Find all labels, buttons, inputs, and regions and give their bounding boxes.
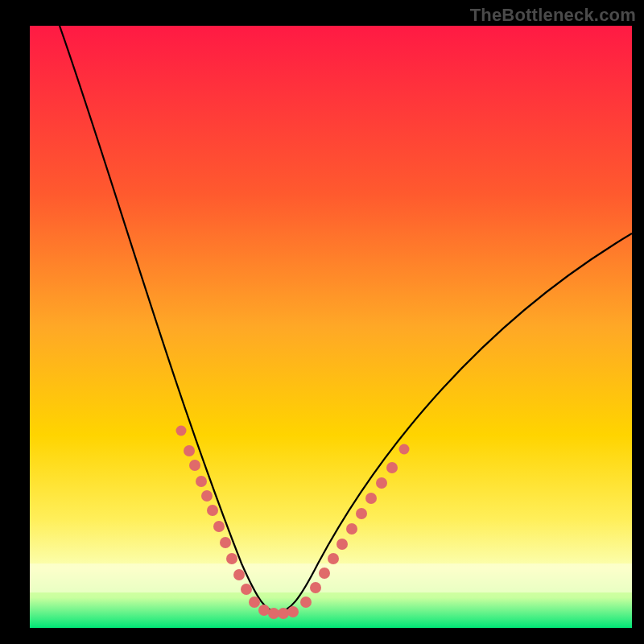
svg-point-12 — [258, 605, 270, 616]
svg-point-15 — [287, 606, 299, 617]
svg-point-6 — [213, 521, 225, 532]
svg-point-23 — [365, 493, 377, 504]
svg-point-16 — [300, 597, 312, 608]
bottom-band — [30, 564, 632, 592]
svg-point-8 — [226, 553, 237, 564]
svg-point-22 — [356, 508, 367, 519]
svg-point-9 — [233, 569, 245, 580]
svg-point-2 — [189, 460, 200, 471]
dot-right-outlier — [399, 444, 410, 455]
svg-point-10 — [241, 584, 252, 595]
svg-point-18 — [319, 568, 330, 579]
svg-point-19 — [328, 553, 339, 564]
svg-point-20 — [336, 539, 348, 550]
svg-point-21 — [346, 523, 357, 535]
svg-point-17 — [310, 582, 321, 593]
svg-point-7 — [220, 537, 231, 548]
svg-point-3 — [196, 476, 207, 487]
plot-area — [30, 26, 632, 628]
dot-left-outlier — [176, 426, 187, 436]
watermark-label: TheBottleneck.com — [470, 5, 636, 26]
svg-point-14 — [278, 608, 289, 619]
svg-point-1 — [184, 445, 195, 456]
svg-point-5 — [207, 505, 218, 516]
svg-point-4 — [201, 490, 213, 502]
svg-point-25 — [386, 462, 398, 473]
svg-point-11 — [249, 597, 260, 608]
bottleneck-chart — [0, 0, 644, 644]
chart-container: TheBottleneck.com — [0, 0, 644, 644]
svg-point-24 — [376, 477, 387, 489]
svg-point-13 — [268, 608, 279, 619]
